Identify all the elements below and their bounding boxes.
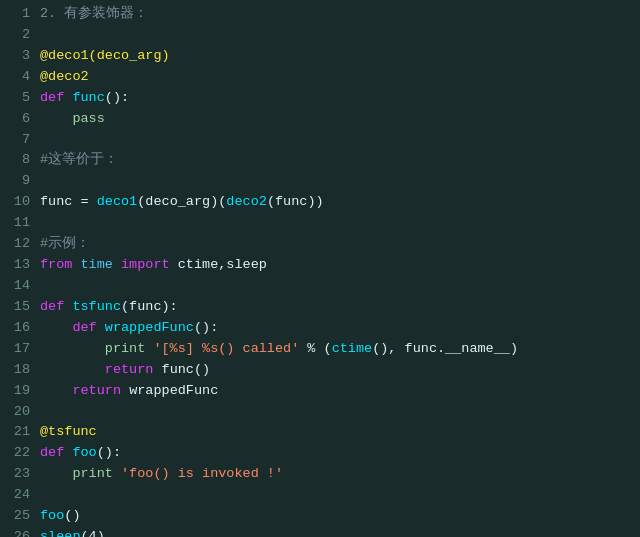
line-number: 24 xyxy=(8,485,30,506)
line-number: 13 xyxy=(8,255,30,276)
line-number: 21 xyxy=(8,422,30,443)
token: func xyxy=(40,194,72,209)
code-line xyxy=(40,130,632,151)
token: (func)) xyxy=(267,194,324,209)
code-line: from time import ctime,sleep xyxy=(40,255,632,276)
token: @deco1(deco_arg) xyxy=(40,48,170,63)
code-line xyxy=(40,213,632,234)
token: print xyxy=(105,341,154,356)
line-number: 14 xyxy=(8,276,30,297)
token: wrappedFunc xyxy=(105,320,194,335)
token: ctime,sleep xyxy=(178,257,267,272)
code-line: func = deco1(deco_arg)(deco2(func)) xyxy=(40,192,632,213)
token: (deco_arg)( xyxy=(137,194,226,209)
token: () xyxy=(64,508,80,523)
code-line: def func(): xyxy=(40,88,632,109)
token xyxy=(40,383,72,398)
code-line xyxy=(40,276,632,297)
token xyxy=(40,466,72,481)
token: time xyxy=(81,257,113,272)
line-number: 12 xyxy=(8,234,30,255)
token xyxy=(40,111,72,126)
line-number: 2 xyxy=(8,25,30,46)
token: deco2 xyxy=(226,194,267,209)
token xyxy=(40,341,105,356)
token: foo xyxy=(40,508,64,523)
code-line: 2. 有参装饰器： xyxy=(40,4,632,25)
token: from xyxy=(40,257,81,272)
line-number: 5 xyxy=(8,88,30,109)
code-line: def tsfunc(func): xyxy=(40,297,632,318)
code-line: def wrappedFunc(): xyxy=(40,318,632,339)
token: #示例： xyxy=(40,236,90,251)
line-number: 17 xyxy=(8,339,30,360)
token: (), func.__name__) xyxy=(372,341,518,356)
line-number: 7 xyxy=(8,130,30,151)
token: func xyxy=(72,90,104,105)
token: % ( xyxy=(299,341,331,356)
line-number: 1 xyxy=(8,4,30,25)
code-line: @deco1(deco_arg) xyxy=(40,46,632,67)
line-number: 22 xyxy=(8,443,30,464)
token: foo xyxy=(72,445,96,460)
token: @deco2 xyxy=(40,69,89,84)
token: sleep xyxy=(40,529,81,537)
code-line xyxy=(40,402,632,423)
token: import xyxy=(113,257,178,272)
token: 2. 有参装饰器： xyxy=(40,6,148,21)
code-editor: 1234567891011121314151617181920212223242… xyxy=(0,0,640,537)
token: ctime xyxy=(332,341,373,356)
token: () xyxy=(194,362,210,377)
token: deco1 xyxy=(97,194,138,209)
token: tsfunc xyxy=(72,299,121,314)
code-line: return func() xyxy=(40,360,632,381)
line-number: 9 xyxy=(8,171,30,192)
token: @tsfunc xyxy=(40,424,97,439)
code-line xyxy=(40,25,632,46)
line-number: 23 xyxy=(8,464,30,485)
token xyxy=(40,320,72,335)
token: (): xyxy=(194,320,218,335)
code-line: print '[%s] %s() called' % (ctime(), fun… xyxy=(40,339,632,360)
token: (): xyxy=(97,445,121,460)
token: = xyxy=(72,194,96,209)
token: wrappedFunc xyxy=(129,383,218,398)
line-number: 19 xyxy=(8,381,30,402)
code-line: pass xyxy=(40,109,632,130)
token: def xyxy=(72,320,104,335)
token: (4) xyxy=(81,529,105,537)
line-number: 18 xyxy=(8,360,30,381)
line-number: 15 xyxy=(8,297,30,318)
token: return xyxy=(72,383,129,398)
code-line: def foo(): xyxy=(40,443,632,464)
code-line: #这等价于： xyxy=(40,150,632,171)
code-line: #示例： xyxy=(40,234,632,255)
token: pass xyxy=(72,111,104,126)
code-line xyxy=(40,171,632,192)
line-numbers: 1234567891011121314151617181920212223242… xyxy=(0,4,36,537)
token: func xyxy=(162,362,194,377)
token: def xyxy=(40,90,72,105)
line-number: 26 xyxy=(8,527,30,537)
line-number: 3 xyxy=(8,46,30,67)
line-number: 8 xyxy=(8,150,30,171)
token xyxy=(40,362,105,377)
line-number: 6 xyxy=(8,109,30,130)
line-number: 16 xyxy=(8,318,30,339)
code-content: 2. 有参装饰器： @deco1(deco_arg)@deco2def func… xyxy=(36,4,640,537)
code-line: foo() xyxy=(40,506,632,527)
code-line: sleep(4) xyxy=(40,527,632,537)
code-line: @deco2 xyxy=(40,67,632,88)
line-number: 20 xyxy=(8,402,30,423)
token: def xyxy=(40,299,72,314)
token: (func): xyxy=(121,299,178,314)
token: #这等价于： xyxy=(40,152,118,167)
line-number: 10 xyxy=(8,192,30,213)
token: return xyxy=(105,362,162,377)
code-line: print 'foo() is invoked !' xyxy=(40,464,632,485)
token: print xyxy=(72,466,121,481)
token: def xyxy=(40,445,72,460)
code-line: return wrappedFunc xyxy=(40,381,632,402)
token: '[%s] %s() called' xyxy=(153,341,299,356)
token: 'foo() is invoked !' xyxy=(121,466,283,481)
